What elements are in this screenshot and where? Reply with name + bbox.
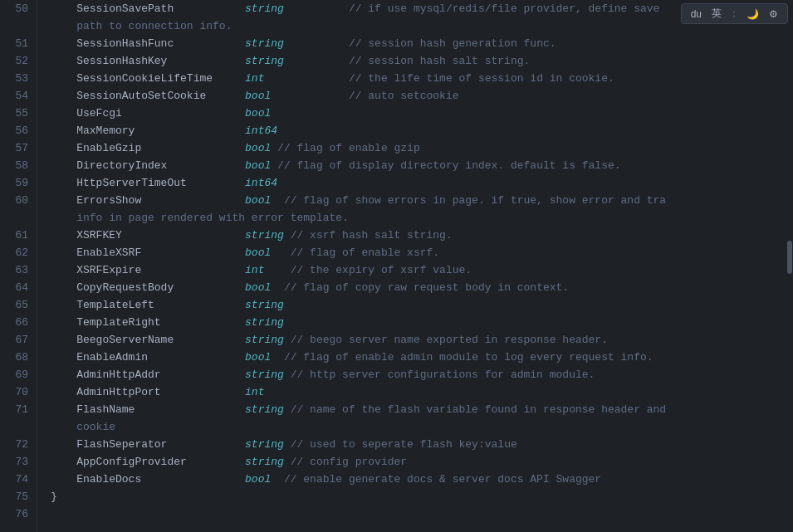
whitespace: [271, 139, 277, 157]
whitespace: [271, 192, 284, 209]
whitespace: [174, 0, 245, 17]
field-name: AppConfigProvider: [51, 453, 187, 471]
type-keyword: bool: [245, 157, 271, 174]
field-name: UseFcgi: [51, 105, 122, 122]
code-line-75: }: [51, 488, 778, 505]
whitespace: [122, 105, 245, 122]
code-line-65: TemplateLeft string: [51, 296, 778, 314]
whitespace: [277, 122, 349, 139]
comment-text: // the expiry of xsrf value.: [291, 261, 472, 279]
whitespace: [284, 52, 349, 70]
whitespace: [122, 227, 245, 244]
whitespace: [167, 157, 245, 174]
comment-text: // beego server name exported in respons…: [291, 331, 608, 349]
code-line-74: EnableDocs bool // enable generate docs …: [51, 471, 778, 488]
whitespace: [135, 401, 245, 418]
field-name: SessionSavePath: [51, 0, 174, 17]
toolbar: du 英 ； 🌙 ⚙: [681, 3, 788, 24]
type-keyword: string: [245, 401, 284, 418]
comment-text: // name of the flash variable found in r…: [291, 401, 666, 418]
comment-text: // the life time of session id in cookie…: [349, 70, 614, 87]
code-line-62: EnableXSRF bool // flag of enable xsrf.: [51, 244, 778, 261]
line-number-53: 53: [0, 70, 28, 87]
code-line-73: AppConfigProvider string // config provi…: [51, 453, 778, 471]
field-name: TemplateRight: [51, 314, 161, 331]
whitespace: [277, 174, 349, 192]
line-number-62: 62: [0, 244, 28, 261]
whitespace: [161, 366, 245, 383]
field-name: FlashName: [51, 401, 135, 418]
toolbar-settings[interactable]: ⚙: [766, 7, 781, 21]
code-line-76: [51, 505, 778, 523]
field-name: SessionHashKey: [51, 52, 167, 70]
code-line-58: DirectoryIndex bool // flag of display d…: [51, 157, 778, 174]
whitespace: [271, 349, 284, 366]
toolbar-moon[interactable]: 🌙: [744, 7, 761, 21]
comment-text: // auto setcookie: [349, 87, 459, 105]
code-line-cont-12: info in page rendered with error templat…: [51, 209, 778, 227]
code-line-64: CopyRequestBody bool // flag of copy raw…: [51, 279, 778, 296]
editor-container: du 英 ； 🌙 ⚙ 50515253545556575859606162636…: [0, 0, 793, 532]
line-numbers: 5051525354555657585960616263646566676869…: [0, 0, 37, 532]
comment-text: // used to seperate flash key:value: [291, 436, 517, 453]
toolbar-lang[interactable]: 英: [709, 6, 724, 22]
line-number-73: 73: [0, 453, 28, 471]
line-number-68: 68: [0, 349, 28, 366]
type-keyword: int: [245, 261, 264, 279]
whitespace: [284, 35, 349, 52]
whitespace: [264, 261, 290, 279]
whitespace: [141, 261, 245, 279]
line-number-cont-24: [0, 418, 28, 436]
comment-text: // if use mysql/redis/file provider, def…: [349, 0, 659, 17]
whitespace: [206, 87, 245, 105]
type-keyword: int64: [245, 122, 277, 139]
type-keyword: string: [245, 436, 284, 453]
whitespace: [284, 453, 291, 471]
type-keyword: int: [245, 383, 264, 401]
field-name: EnableDocs: [51, 471, 141, 488]
line-number-63: 63: [0, 261, 28, 279]
type-keyword: bool: [245, 192, 271, 209]
whitespace: [174, 279, 245, 296]
type-keyword: string: [245, 331, 284, 349]
whitespace: [187, 174, 245, 192]
whitespace: [167, 436, 245, 453]
whitespace: [271, 279, 284, 296]
type-keyword: bool: [245, 139, 271, 157]
whitespace: [284, 366, 291, 383]
line-number-56: 56: [0, 122, 28, 139]
line-number-65: 65: [0, 296, 28, 314]
type-keyword: bool: [245, 471, 271, 488]
field-name: BeegoServerName: [51, 331, 174, 349]
line-number-67: 67: [0, 331, 28, 349]
field-name: ErrorsShow: [51, 192, 141, 209]
line-number-cont-12: [0, 209, 28, 227]
whitespace: [148, 349, 245, 366]
type-keyword: string: [245, 314, 284, 331]
toolbar-du[interactable]: du: [688, 7, 704, 21]
code-line-68: EnableAdmin bool // flag of enable admin…: [51, 349, 778, 366]
whitespace: [284, 0, 349, 17]
type-keyword: bool: [245, 87, 271, 105]
field-name: CopyRequestBody: [51, 279, 174, 296]
field-name: MaxMemory: [51, 122, 135, 139]
field-name: XSRFKEY: [51, 227, 122, 244]
whitespace: [174, 35, 245, 52]
field-name: SessionAutoSetCookie: [51, 87, 206, 105]
line-number-66: 66: [0, 314, 28, 331]
whitespace: [161, 383, 245, 401]
scrollbar-area[interactable]: [786, 0, 793, 532]
line-number-59: 59: [0, 174, 28, 192]
comment-text: // config provider: [291, 453, 407, 471]
line-number-60: 60: [0, 192, 28, 209]
scrollbar-thumb[interactable]: [787, 241, 792, 274]
field-name: EnableAdmin: [51, 349, 148, 366]
type-keyword: bool: [245, 279, 271, 296]
code-area: SessionSavePath string // if use mysql/r…: [37, 0, 786, 532]
comment-text: // flag of enable admin module to log ev…: [284, 349, 653, 366]
line-number-57: 57: [0, 139, 28, 157]
code-line-56: MaxMemory int64: [51, 122, 778, 139]
line-number-cont-1: [0, 17, 28, 35]
type-keyword: int: [245, 70, 264, 87]
code-line-57: EnableGzip bool // flag of enable gzip: [51, 139, 778, 157]
